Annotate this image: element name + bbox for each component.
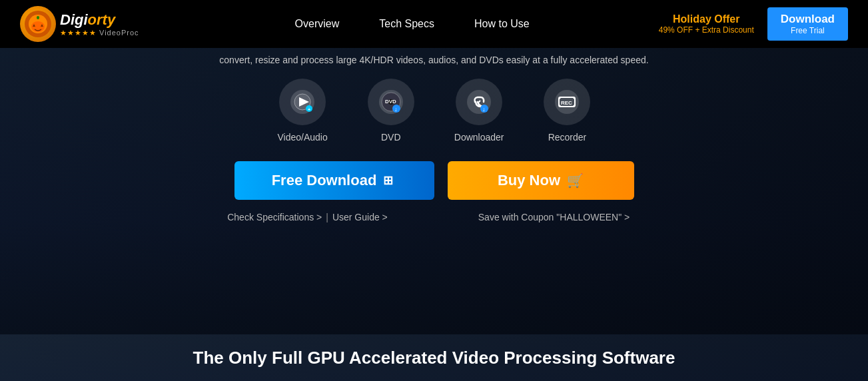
os-icons: ⊞: [383, 173, 396, 188]
nav-overview[interactable]: Overview: [295, 18, 340, 30]
nav-download-button[interactable]: Download Free Trial: [767, 7, 848, 41]
nav-download-sub: Free Trial: [781, 26, 835, 35]
sub-links: Check Specifications > | User Guide > Sa…: [208, 212, 661, 222]
feature-video-audio[interactable]: + Video/Audio: [278, 79, 328, 143]
svg-text:↓: ↓: [394, 106, 398, 113]
downloader-icon: ↓: [466, 89, 492, 115]
feature-dvd-label: DVD: [381, 132, 401, 143]
downloader-icon-circle: ↓: [456, 79, 502, 125]
dvd-icon: DVD ↓: [378, 89, 404, 115]
navbar: Digiorty ★★★★★ VideoProc Overview Tech S…: [0, 0, 868, 48]
feature-video-audio-label: Video/Audio: [278, 132, 328, 143]
nav-tech-specs[interactable]: Tech Specs: [379, 18, 434, 30]
recorder-icon-circle: REC: [544, 79, 590, 125]
svg-rect-5: [37, 16, 39, 19]
coupon-sub-link: Save with Coupon "HALLOWEEN" >: [448, 212, 661, 222]
feature-icons: + Video/Audio DVD ↓ DVD: [278, 79, 591, 143]
recorder-icon: REC: [554, 89, 580, 115]
svg-text:REC: REC: [561, 100, 572, 106]
feature-dvd[interactable]: DVD ↓ DVD: [368, 79, 414, 143]
buy-now-button[interactable]: Buy Now 🛒: [448, 161, 634, 200]
logo-brand-orty: orty: [88, 11, 116, 29]
holiday-offer-sub: 49% OFF + Extra Discount: [659, 25, 754, 35]
nav-download-label: Download: [781, 13, 835, 26]
pipe-separator: |: [326, 212, 328, 222]
svg-text:↓: ↓: [482, 106, 486, 113]
video-audio-icon: +: [289, 89, 316, 115]
nav-right: Holiday Offer 49% OFF + Extra Discount D…: [659, 7, 848, 41]
bottom-strip: The Only Full GPU Accelerated Video Proc…: [0, 334, 868, 381]
logo-brand-digi: Digi: [60, 11, 88, 29]
svg-text:DVD: DVD: [385, 99, 396, 105]
download-sub-links: Check Specifications > | User Guide >: [208, 212, 408, 222]
logo[interactable]: Digiorty ★★★★★ VideoProc: [20, 6, 139, 42]
dvd-icon-circle: DVD ↓: [368, 79, 414, 125]
bottom-tagline: The Only Full GPU Accelerated Video Proc…: [193, 348, 675, 368]
coupon-link[interactable]: Save with Coupon "HALLOWEEN" >: [478, 212, 630, 222]
free-download-button[interactable]: Free Download ⊞: [234, 161, 434, 200]
feature-recorder-label: Recorder: [548, 132, 587, 143]
cart-icon: 🛒: [567, 173, 584, 189]
cta-row: Free Download ⊞ Buy Now 🛒: [234, 161, 634, 200]
user-guide-link[interactable]: User Guide >: [332, 212, 388, 222]
free-download-label: Free Download: [272, 172, 377, 189]
windows-icon: ⊞: [383, 173, 393, 188]
feature-downloader[interactable]: ↓ Downloader: [454, 79, 504, 143]
hero-section: convert, resize and process large 4K/HDR…: [0, 48, 868, 334]
holiday-offer-title: Holiday Offer: [659, 13, 754, 25]
feature-downloader-label: Downloader: [454, 132, 504, 143]
logo-sub: VideoProc: [99, 29, 139, 37]
hero-tagline: convert, resize and process large 4K/HDR…: [153, 55, 715, 65]
check-specifications-link[interactable]: Check Specifications >: [227, 212, 322, 222]
holiday-offer[interactable]: Holiday Offer 49% OFF + Extra Discount: [659, 13, 754, 35]
buy-now-label: Buy Now: [498, 172, 560, 189]
logo-circle: [20, 6, 56, 42]
nav-links: Overview Tech Specs How to Use: [166, 18, 659, 30]
hero-content: convert, resize and process large 4K/HDR…: [0, 48, 868, 222]
svg-text:+: +: [308, 107, 310, 112]
logo-text: Digiorty ★★★★★ VideoProc: [60, 11, 139, 37]
feature-recorder[interactable]: REC Recorder: [544, 79, 590, 143]
logo-stars: ★★★★★: [60, 29, 97, 37]
nav-how-to-use[interactable]: How to Use: [474, 18, 530, 30]
video-audio-icon-circle: +: [279, 79, 326, 125]
